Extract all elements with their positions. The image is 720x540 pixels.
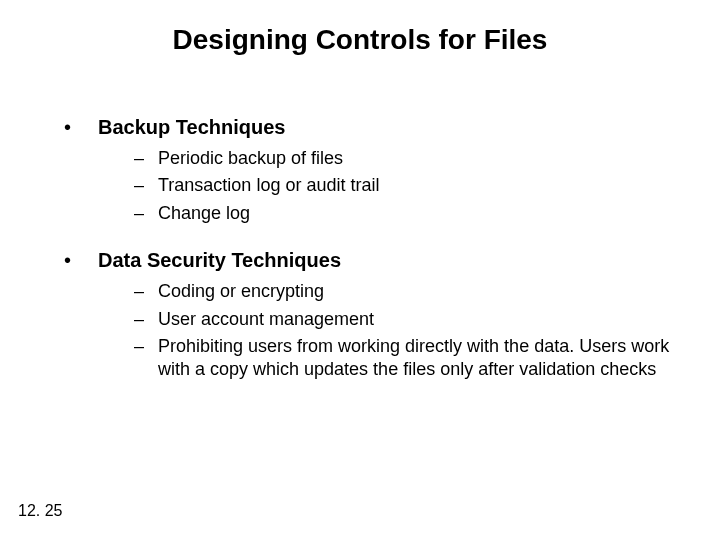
bullet-dot-icon: •	[64, 116, 98, 139]
sub-list-item-label: Coding or encrypting	[158, 280, 324, 303]
bullet-dash-icon: –	[134, 147, 158, 170]
sub-list-item: – Prohibiting users from working directl…	[134, 335, 680, 382]
sub-list-item: – Coding or encrypting	[134, 280, 680, 303]
sub-list: – Periodic backup of files – Transaction…	[134, 147, 680, 225]
sub-list-item: – User account management	[134, 308, 680, 331]
sub-list-item-label: Transaction log or audit trail	[158, 174, 379, 197]
list-item-row: • Data Security Techniques	[64, 249, 680, 272]
list-item: • Backup Techniques – Periodic backup of…	[64, 116, 680, 225]
list-item-label: Backup Techniques	[98, 116, 285, 139]
slide-content: • Backup Techniques – Periodic backup of…	[64, 116, 680, 406]
sub-list-item-label: Prohibiting users from working directly …	[158, 335, 680, 382]
sub-list-item-label: Change log	[158, 202, 250, 225]
sub-list-item: – Periodic backup of files	[134, 147, 680, 170]
bullet-dot-icon: •	[64, 249, 98, 272]
sub-list-item: – Transaction log or audit trail	[134, 174, 680, 197]
sub-list-item-label: Periodic backup of files	[158, 147, 343, 170]
bullet-dash-icon: –	[134, 335, 158, 358]
bullet-dash-icon: –	[134, 280, 158, 303]
bullet-list: • Backup Techniques – Periodic backup of…	[64, 116, 680, 382]
slide: Designing Controls for Files • Backup Te…	[0, 0, 720, 540]
list-item: • Data Security Techniques – Coding or e…	[64, 249, 680, 382]
page-number: 12. 25	[18, 502, 62, 520]
list-item-label: Data Security Techniques	[98, 249, 341, 272]
bullet-dash-icon: –	[134, 174, 158, 197]
sub-list-item: – Change log	[134, 202, 680, 225]
bullet-dash-icon: –	[134, 202, 158, 225]
sub-list-item-label: User account management	[158, 308, 374, 331]
bullet-dash-icon: –	[134, 308, 158, 331]
sub-list: – Coding or encrypting – User account ma…	[134, 280, 680, 382]
list-item-row: • Backup Techniques	[64, 116, 680, 139]
slide-title: Designing Controls for Files	[0, 24, 720, 56]
